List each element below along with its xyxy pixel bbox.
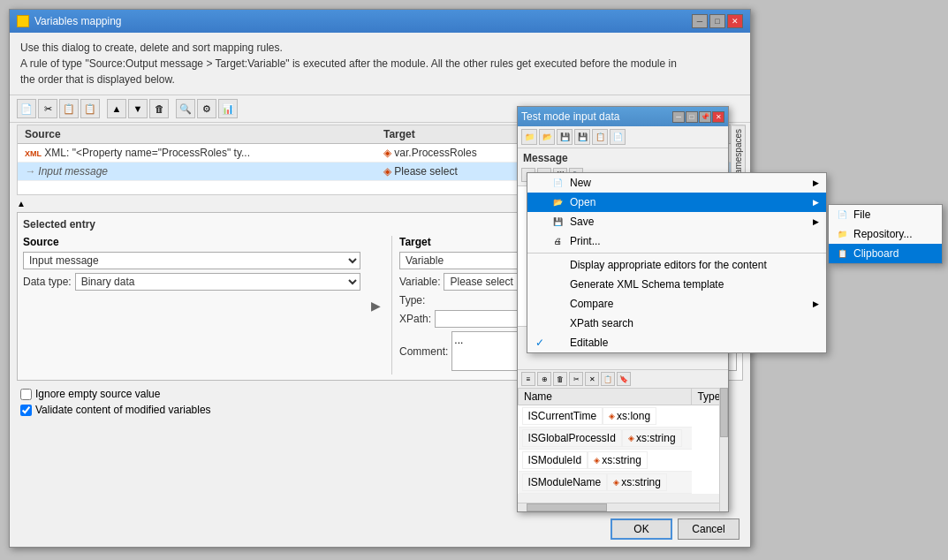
submenu-item-file[interactable]: 📄 File: [829, 205, 942, 224]
open-submenu: 📄 File 📁 Repository... 📋 Clipboard: [828, 204, 943, 264]
new-icon: 📄: [550, 177, 565, 189]
new-label: New: [570, 177, 808, 189]
data-type-label: Data type:: [23, 276, 72, 288]
name-column-header: Name: [519, 389, 692, 405]
test-copy-button[interactable]: 📋: [592, 129, 608, 145]
ignore-empty-checkbox[interactable]: [20, 389, 32, 400]
source-type-row: Input message: [23, 252, 360, 269]
maximize-button[interactable]: □: [709, 14, 725, 28]
menu-item-xpath[interactable]: XPath search: [527, 314, 826, 333]
xpath-label: XPath:: [399, 313, 431, 325]
test-new-button[interactable]: 📄: [610, 129, 626, 145]
menu-item-print[interactable]: 🖨 Print...: [527, 231, 826, 251]
test-open-button[interactable]: 📂: [539, 129, 555, 145]
test-save-button[interactable]: 💾: [557, 129, 573, 145]
clipboard-label: Clipboard: [853, 247, 899, 260]
validate-checkbox[interactable]: [20, 405, 32, 416]
test-bottom-panel: ≡ ⊕ 🗑 ✂ ✕ 📋 🔖 Name Type ISCurrentTime: [518, 369, 728, 511]
desc-line1: Use this dialog to create, delete and so…: [20, 40, 739, 56]
dialog-title: Variables mapping: [34, 15, 122, 27]
test-titlebar: Test mode input data ─ □ 📌 ✕: [518, 107, 728, 126]
ok-button[interactable]: OK: [611, 518, 672, 540]
menu-item-save[interactable]: 💾 Save ▶: [527, 212, 826, 231]
var-name-3: ISModuleId: [522, 451, 588, 469]
generate-label: Generate XML Schema template: [570, 278, 819, 291]
file-label: File: [853, 208, 870, 221]
bottom-menu-button[interactable]: ≡: [521, 372, 535, 386]
bottom-bookmark-button[interactable]: 🔖: [617, 372, 631, 386]
data-type-row: Data type: Binary data String Integer: [23, 273, 360, 291]
source-type-select[interactable]: Input message: [23, 252, 360, 269]
test-close-button[interactable]: ✕: [712, 111, 724, 123]
source-cell-2: → Input message: [21, 164, 380, 178]
h-scrollbar-thumb: [527, 503, 607, 511]
close-button[interactable]: ✕: [727, 14, 743, 28]
delete-button[interactable]: 🗑: [149, 99, 169, 118]
test-open-folder-button[interactable]: 📁: [521, 129, 537, 145]
test-maximize-button[interactable]: □: [686, 111, 698, 123]
search-button[interactable]: 🔍: [176, 99, 195, 118]
menu-item-open[interactable]: 📂 Open ▶: [527, 193, 826, 212]
target-text-1: var.ProcessRoles: [394, 147, 476, 159]
panel-separator-arrow: ▶: [371, 299, 381, 313]
bottom-close-button[interactable]: ✕: [585, 372, 599, 386]
test-save-as-button[interactable]: 💾: [574, 129, 590, 145]
table-row[interactable]: ISGlobalProcessId ◈xs:string: [519, 428, 692, 450]
minimize-button[interactable]: ─: [692, 14, 708, 28]
submenu-item-clipboard[interactable]: 📋 Clipboard: [829, 244, 942, 263]
data-type-select[interactable]: Binary data String Integer: [75, 273, 360, 291]
file-icon: 📄: [836, 209, 848, 220]
variable-label: Variable:: [399, 276, 440, 288]
generate-icon: [550, 278, 565, 291]
clipboard-icon: 📋: [836, 248, 848, 259]
source-panel: Source Input message Data type: Binary d…: [23, 236, 360, 375]
validate-label: Validate content of modified variables: [35, 404, 211, 416]
context-menu: 📄 New ▶ 📂 Open ▶ 💾 Save ▶ 🖨 Print... Dis…: [527, 172, 827, 353]
menu-item-generate[interactable]: Generate XML Schema template: [527, 275, 826, 294]
save-label: Save: [570, 216, 808, 228]
test-minimize-button[interactable]: ─: [672, 111, 685, 123]
expand-arrow[interactable]: ▲: [17, 199, 26, 208]
bottom-add-button[interactable]: ⊕: [537, 372, 551, 386]
test-pin-button[interactable]: 📌: [699, 111, 711, 123]
table-row[interactable]: ISCurrentTime ◈xs:long: [519, 405, 692, 428]
save-icon: 💾: [550, 216, 565, 228]
source-panel-title: Source: [23, 236, 360, 248]
move-down-button[interactable]: ▼: [128, 99, 148, 118]
display-label: Display appropriate editors for the cont…: [570, 259, 819, 271]
dialog-description: Use this dialog to create, delete and so…: [10, 33, 750, 95]
export-button[interactable]: 📊: [218, 99, 238, 118]
bottom-copy-button[interactable]: 📋: [601, 372, 615, 386]
scrollbar-thumb: [720, 388, 728, 437]
vertical-scrollbar[interactable]: [719, 388, 728, 511]
message-section-label: Message: [518, 148, 728, 166]
editable-label: Editable: [570, 337, 819, 349]
new-arrow: ▶: [813, 178, 819, 187]
bottom-cut-button[interactable]: ✂: [569, 372, 583, 386]
copy-button[interactable]: 📋: [59, 99, 79, 118]
move-up-button[interactable]: ▲: [107, 99, 126, 118]
bottom-delete-button[interactable]: 🗑: [553, 372, 567, 386]
settings-button[interactable]: ⚙: [197, 99, 216, 118]
test-title: Test mode input data: [521, 110, 619, 123]
comment-label: Comment:: [399, 345, 448, 358]
cancel-button[interactable]: Cancel: [678, 518, 739, 540]
source-text-2: Input message: [38, 165, 108, 178]
repository-label: Repository...: [853, 228, 912, 240]
source-cell-1: XML XML: "<Property name="ProcessRoles" …: [21, 146, 380, 160]
test-title-buttons: ─ □ 📌 ✕: [672, 111, 724, 123]
menu-item-new[interactable]: 📄 New ▶: [527, 173, 826, 193]
title-buttons: ─ □ ✕: [692, 14, 743, 28]
horizontal-scrollbar[interactable]: [518, 503, 719, 511]
cut-button[interactable]: ✂: [38, 99, 57, 118]
var-type-2: ◈xs:string: [622, 429, 682, 447]
menu-item-editable[interactable]: ✓ Editable: [527, 333, 826, 352]
paste-button[interactable]: 📋: [80, 99, 100, 118]
submenu-item-repository[interactable]: 📁 Repository...: [829, 224, 942, 244]
menu-item-display[interactable]: Display appropriate editors for the cont…: [527, 255, 826, 275]
table-row[interactable]: ISModuleId ◈xs:string: [519, 450, 692, 472]
menu-item-compare[interactable]: Compare ▶: [527, 294, 826, 314]
table-row[interactable]: ISModuleName ◈xs:string: [519, 472, 692, 494]
test-variables-table: Name Type ISCurrentTime ◈xs:long ISGloba…: [518, 388, 728, 494]
new-button[interactable]: 📄: [17, 99, 36, 118]
